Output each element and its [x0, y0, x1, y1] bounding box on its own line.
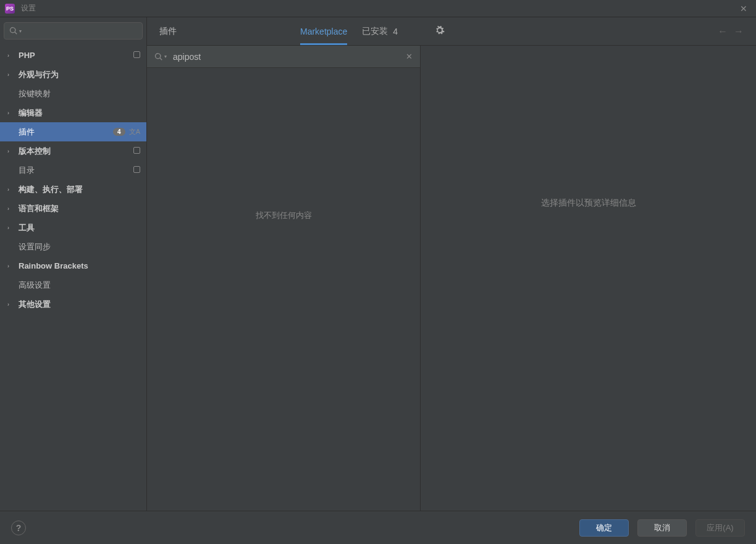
settings-sidebar: ▾ ›PHP›外观与行为按键映射›编辑器插件4文A›版本控制目录›构建、执行、部…	[0, 17, 147, 511]
sidebar-item[interactable]: 高级设置	[0, 275, 146, 295]
expand-arrow-icon: ›	[7, 225, 15, 231]
sidebar-search-input[interactable]: ▾	[4, 22, 143, 40]
breadcrumb: 插件	[159, 26, 177, 37]
back-icon[interactable]: ←	[718, 26, 728, 37]
empty-list-text: 找不到任何内容	[256, 210, 312, 221]
apply-button[interactable]: 应用(A)	[695, 519, 745, 537]
sidebar-item[interactable]: 设置同步	[0, 237, 146, 256]
tab-installed[interactable]: 已安装 4	[362, 17, 398, 45]
expand-arrow-icon: ›	[7, 72, 15, 78]
sidebar-item[interactable]: 目录	[0, 161, 146, 180]
sidebar-item[interactable]: ›PHP	[0, 46, 146, 65]
search-icon	[9, 27, 18, 35]
sidebar-item-label: PHP	[19, 51, 35, 60]
plugin-tabs: Marketplace 已安装 4	[300, 17, 398, 45]
sidebar-item[interactable]: ›版本控制	[0, 141, 146, 161]
main-header: 插件 Marketplace 已安装 4 ← →	[147, 17, 756, 46]
phpstorm-icon: PS	[5, 4, 15, 14]
project-scope-icon	[133, 51, 140, 59]
empty-detail-text: 选择插件以预览详细信息	[541, 198, 636, 209]
sidebar-item[interactable]: ›外观与行为	[0, 65, 146, 84]
chevron-down-icon: ▾	[19, 28, 22, 34]
dialog-footer: ? 确定 取消 应用(A)	[0, 511, 756, 544]
plugin-list-empty: 找不到任何内容	[147, 68, 420, 511]
plugin-detail-column: 选择插件以预览详细信息	[421, 46, 756, 511]
sidebar-item[interactable]: 按键映射	[0, 84, 146, 103]
expand-arrow-icon: ›	[7, 186, 15, 193]
sidebar-item[interactable]: 插件4文A	[0, 122, 146, 141]
project-scope-icon	[133, 166, 140, 174]
update-count-badge: 4	[113, 128, 125, 136]
sidebar-item-label: 工具	[19, 222, 35, 233]
history-nav: ← →	[718, 26, 744, 37]
sidebar-item-label: 构建、执行、部署	[19, 184, 83, 195]
close-icon[interactable]: ✕	[736, 2, 751, 15]
sidebar-item-label: 语言和框架	[19, 203, 59, 214]
sidebar-item[interactable]: ›语言和框架	[0, 199, 146, 218]
expand-arrow-icon: ›	[7, 301, 15, 308]
forward-icon[interactable]: →	[734, 26, 744, 37]
tab-label: 已安装	[362, 26, 388, 37]
titlebar: PS 设置 ✕	[0, 0, 756, 17]
sidebar-item-label: Rainbow Brackets	[19, 261, 88, 270]
help-icon[interactable]: ?	[11, 521, 26, 535]
ok-button[interactable]: 确定	[579, 519, 629, 537]
sidebar-item-label: 外观与行为	[19, 69, 59, 80]
cancel-button[interactable]: 取消	[637, 519, 687, 537]
plugin-search-bar: ▾ ✕	[147, 46, 420, 68]
plugin-search-input[interactable]	[173, 52, 406, 62]
chevron-down-icon: ▾	[164, 54, 167, 59]
sidebar-search-container: ▾	[0, 17, 146, 46]
language-icon: 文A	[129, 127, 140, 136]
expand-arrow-icon: ›	[7, 263, 15, 269]
clear-search-icon[interactable]: ✕	[406, 52, 413, 61]
installed-count: 4	[393, 27, 398, 36]
sidebar-item-label: 插件	[19, 127, 35, 138]
project-scope-icon	[133, 147, 140, 155]
sidebar-item[interactable]: ›编辑器	[0, 103, 146, 122]
sidebar-item-label: 高级设置	[19, 280, 51, 291]
sidebar-item-label: 编辑器	[19, 107, 43, 119]
settings-nav: ›PHP›外观与行为按键映射›编辑器插件4文A›版本控制目录›构建、执行、部署›…	[0, 46, 146, 511]
expand-arrow-icon: ›	[7, 148, 15, 154]
sidebar-item-label: 目录	[19, 165, 35, 176]
sidebar-item[interactable]: ›构建、执行、部署	[0, 180, 146, 199]
sidebar-item[interactable]: ›Rainbow Brackets	[0, 256, 146, 275]
expand-arrow-icon: ›	[7, 110, 15, 116]
sidebar-item-label: 其他设置	[19, 299, 51, 310]
gear-icon[interactable]	[435, 25, 445, 37]
sidebar-item-label: 设置同步	[19, 241, 51, 253]
tab-label: Marketplace	[300, 27, 347, 36]
expand-arrow-icon: ›	[7, 52, 15, 59]
sidebar-item[interactable]: ›其他设置	[0, 295, 146, 314]
sidebar-item-label: 按键映射	[19, 88, 51, 99]
tab-marketplace[interactable]: Marketplace	[300, 17, 347, 45]
expand-arrow-icon: ›	[7, 206, 15, 212]
search-icon	[154, 52, 163, 61]
plugin-list-column: ▾ ✕ 找不到任何内容	[147, 46, 421, 511]
sidebar-item-label: 版本控制	[19, 146, 51, 157]
plugin-content: ▾ ✕ 找不到任何内容 选择插件以预览详细信息	[147, 46, 756, 511]
window-title: 设置	[21, 3, 36, 14]
main-content: 插件 Marketplace 已安装 4 ← →	[147, 17, 756, 511]
sidebar-item[interactable]: ›工具	[0, 218, 146, 237]
